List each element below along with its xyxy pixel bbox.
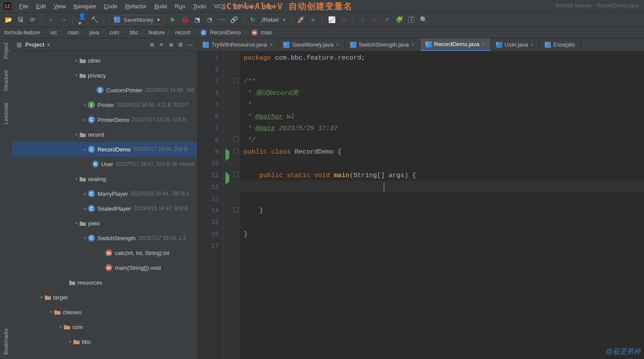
run-config-selector[interactable]: C SaveMoney ▾ <box>109 15 165 24</box>
crumb-class[interactable]: RecordDemo <box>210 30 241 36</box>
puzzle-icon[interactable]: 🧩 <box>395 16 403 23</box>
rocket-icon[interactable]: 🚀 <box>297 16 305 23</box>
menu-refactor[interactable]: Refactor <box>125 3 147 10</box>
tree-item-classes[interactable]: ▾classes <box>12 305 197 319</box>
crumb[interactable]: main <box>67 30 79 36</box>
more-run-icon[interactable]: ⋯ <box>218 16 226 23</box>
expand-arrow-icon[interactable]: ▸ <box>82 117 88 122</box>
menu-edit[interactable]: Edit <box>36 3 46 10</box>
expand-arrow-icon[interactable]: ▾ <box>67 339 73 344</box>
project-tree[interactable]: ▸other▾privacyCCustomPrinter2023/6/20 14… <box>12 51 197 359</box>
menu-navigate[interactable]: Navigate <box>74 3 96 10</box>
tree-item-marryplayer[interactable]: ▸CMarryPlayer2023/5/29 16:44, 780 B 2 <box>12 186 197 201</box>
expand-all-icon[interactable]: ≡ <box>158 41 165 48</box>
tool-tab-leetcode[interactable]: Leetcode <box>3 103 9 124</box>
update-icon[interactable]: ↓ <box>359 16 366 23</box>
run-icon[interactable] <box>169 16 177 23</box>
run-line-marker-icon[interactable] <box>225 172 229 184</box>
menu-view[interactable]: View <box>54 3 66 10</box>
tree-item-yield[interactable]: ▾yield <box>12 216 197 231</box>
tree-item-other[interactable]: ▸other <box>12 53 197 68</box>
crumb[interactable]: record <box>175 30 190 36</box>
tool-tab-bookmarks[interactable]: Bookmarks <box>3 329 9 355</box>
fold-marker-icon[interactable] <box>233 148 238 154</box>
stats-icon[interactable]: 📈 <box>328 16 335 23</box>
tree-item-calc-int-int-string-int[interactable]: mcalc(int, int, String):int <box>12 245 197 260</box>
menu-help[interactable]: Help <box>262 3 273 10</box>
debug-icon[interactable]: 🐞 <box>181 16 189 23</box>
editor-tab-trywithresource-java[interactable]: CTryWithResource.java× <box>198 38 278 51</box>
editor-tab-exceptio[interactable]: CExceptio <box>540 38 581 51</box>
editor-tab-user-java[interactable]: RUser.java× <box>491 38 540 51</box>
forward-icon[interactable]: → <box>60 16 67 23</box>
menu-code[interactable]: Code <box>104 3 117 10</box>
fold-marker-icon[interactable] <box>233 137 238 142</box>
menu-window[interactable]: Window <box>234 3 254 10</box>
push-icon[interactable]: ↗ <box>383 16 391 23</box>
locate-file-icon[interactable]: ⊕ <box>148 41 155 48</box>
menu-tools[interactable]: Tools <box>193 3 206 10</box>
expand-arrow-icon[interactable]: ▾ <box>82 236 88 240</box>
close-tab-icon[interactable]: × <box>482 41 485 47</box>
collapse-all-icon[interactable]: ≣ <box>168 41 174 48</box>
tree-item-resources[interactable]: resources <box>12 275 197 290</box>
project-view-icon[interactable]: ▥ <box>16 41 23 48</box>
run-line-marker-icon[interactable] <box>225 149 229 161</box>
expand-arrow-icon[interactable]: ▸ <box>73 58 79 63</box>
expand-arrow-icon[interactable]: ▾ <box>57 325 64 329</box>
editor-tab-switchstrength-java[interactable]: CSwitchStrength.java× <box>345 38 420 51</box>
tree-item-privacy[interactable]: ▾privacy <box>12 68 197 83</box>
tree-item-sealing[interactable]: ▾sealing <box>12 171 197 186</box>
fold-marker-icon[interactable] <box>233 207 238 212</box>
crumb-root[interactable]: formula-feature <box>4 30 40 36</box>
tree-item-main-string-void[interactable]: mmain(String[]):void <box>12 260 197 275</box>
close-tab-icon[interactable]: × <box>531 42 534 48</box>
stop-icon[interactable]: ■ <box>309 16 317 23</box>
block-icon[interactable]: ⦸ <box>340 16 348 23</box>
open-icon[interactable]: 📂 <box>4 16 12 23</box>
expand-arrow-icon[interactable]: ▾ <box>73 177 79 181</box>
tree-item-bbc[interactable]: ▾bbc <box>12 334 197 349</box>
expand-arrow-icon[interactable]: ▾ <box>38 295 44 299</box>
translate-icon[interactable]: 🇹 <box>407 16 415 23</box>
expand-arrow-icon[interactable]: ▾ <box>73 221 79 225</box>
coverage-icon[interactable]: ⬔ <box>194 16 201 23</box>
hide-icon[interactable]: — <box>187 41 194 48</box>
expand-arrow-icon[interactable]: ▸ <box>82 103 88 107</box>
tree-item-printer[interactable]: ▸IPrinter2023/6/20 14:50, 471 B 2023/7 <box>12 97 197 112</box>
tree-item-user[interactable]: RUser2023/7/17 16:07, 533 B 36 minute <box>12 157 197 171</box>
chevron-down-icon[interactable]: ▾ <box>47 41 50 48</box>
tree-item-customprinter[interactable]: CCustomPrinter2023/6/20 14:48, 166 <box>12 83 197 97</box>
tree-item-recorddemo[interactable]: ▸CRecordDemo2023/7/17 16:50, 209 B <box>12 142 197 157</box>
expand-arrow-icon[interactable]: ▸ <box>82 191 88 196</box>
tree-item-printerdemo[interactable]: ▸CPrinterDemo2023/7/17 16:25, 315 B <box>12 112 197 127</box>
commit-icon[interactable]: ✓ <box>371 16 379 23</box>
people-icon[interactable]: 👤▾ <box>78 16 86 23</box>
editor-tab-savemoney-java[interactable]: CSaveMoney.java× <box>278 38 345 51</box>
fold-marker-icon[interactable] <box>233 172 238 177</box>
menu-run[interactable]: Run <box>175 3 185 10</box>
code-content[interactable]: package com.bbc.feature.record; /** * 测试… <box>240 51 644 359</box>
chevron-down-icon[interactable]: ▾ <box>283 17 286 23</box>
tree-item-record[interactable]: ▾record <box>12 127 197 142</box>
crumb[interactable]: feature <box>148 30 164 36</box>
menu-build[interactable]: Build <box>154 3 167 10</box>
back-icon[interactable]: ← <box>47 16 55 23</box>
tree-item-switchstrength[interactable]: ▾CSwitchStrength2023/7/17 16:16, 1.3 <box>12 231 197 245</box>
crumb[interactable]: bbc <box>130 30 138 36</box>
menu-file[interactable]: File <box>19 3 28 10</box>
fold-marker-icon[interactable] <box>233 78 238 83</box>
sync-icon[interactable]: ⟳ <box>29 16 37 23</box>
expand-arrow-icon[interactable]: ▸ <box>82 147 88 151</box>
crumb[interactable]: com <box>109 30 119 36</box>
expand-arrow-icon[interactable]: ▸ <box>82 206 88 211</box>
tool-tab-structure[interactable]: Structure <box>3 70 9 91</box>
crumb[interactable]: src <box>50 30 57 36</box>
crumb-method[interactable]: main <box>261 30 272 36</box>
editor-tab-recorddemo-java[interactable]: CRecordDemo.java× <box>420 38 491 51</box>
tree-item-target[interactable]: ▾target <box>12 290 197 305</box>
expand-arrow-icon[interactable]: ▾ <box>73 73 79 77</box>
settings-icon[interactable]: ⚙ <box>177 41 184 48</box>
jrebel-icon[interactable]: ↻ <box>249 16 257 23</box>
profile-icon[interactable]: ◔ <box>206 16 214 23</box>
